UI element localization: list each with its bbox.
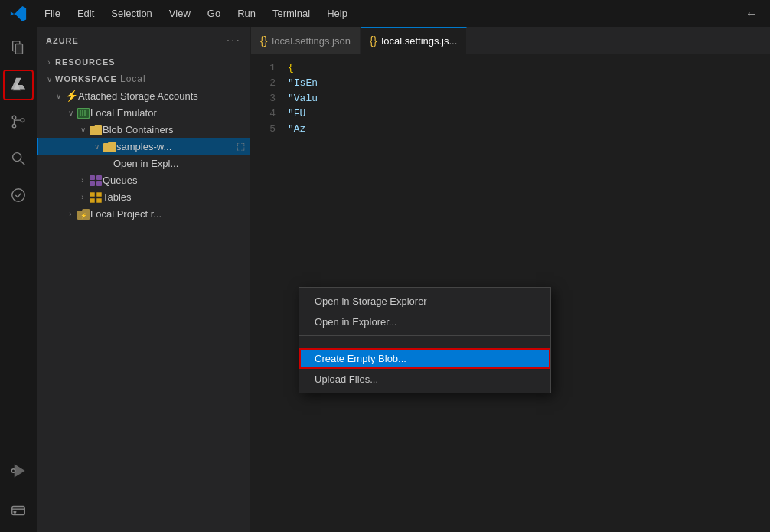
sidebar-item-resources[interactable]: › RESOURCES (37, 54, 250, 70)
queues-label: Queues (103, 175, 250, 186)
svg-point-4 (21, 119, 24, 122)
menu-bar: File Edit Selection View Go Run Terminal… (37, 5, 733, 22)
menu-file[interactable]: File (37, 5, 68, 22)
line-number-2: 2 (251, 77, 288, 89)
tables-icon (89, 191, 103, 203)
chevron-icon: ∨ (77, 126, 89, 134)
sidebar-more-button[interactable]: ··· (227, 34, 241, 47)
svg-rect-20 (90, 181, 95, 186)
sidebar-item-attached-storage[interactable]: ∨ ⚡ Attached Storage Accounts (37, 87, 250, 104)
svg-point-12 (14, 511, 16, 513)
context-upload-folder[interactable]: Upload Files... (299, 369, 550, 390)
context-create-empty-blob[interactable] (299, 339, 550, 348)
activity-bar (0, 27, 37, 532)
svg-point-9 (11, 469, 15, 473)
menu-edit[interactable]: Edit (70, 5, 102, 22)
svg-marker-8 (15, 465, 24, 477)
sidebar-item-blob-containers[interactable]: ∨ Blob Containers (37, 121, 250, 138)
tab-bar: {} local.settings.json {} local.settings… (251, 27, 770, 54)
sidebar-item-tables[interactable]: › Tables (37, 188, 250, 205)
tab-local-settings-1[interactable]: {} local.settings.json (251, 27, 361, 54)
run-debug-icon[interactable] (3, 455, 34, 486)
back-button[interactable]: ← (733, 7, 770, 21)
chevron-icon: ∨ (43, 75, 55, 83)
sidebar-item-workspace[interactable]: ∨ WORKSPACE Local (37, 70, 250, 87)
svg-rect-14 (78, 109, 89, 118)
menu-terminal[interactable]: Terminal (265, 5, 318, 22)
menu-run[interactable]: Run (230, 5, 263, 22)
svg-rect-19 (96, 175, 102, 180)
chevron-icon: ∨ (52, 92, 64, 100)
sidebar-item-samples[interactable]: ∨ samples-w... ⬚ (37, 138, 250, 155)
local-project-icon: ⚡ (77, 207, 90, 220)
tables-label: Tables (103, 191, 250, 203)
svg-rect-24 (90, 198, 95, 203)
code-key-2: "IsEn (288, 77, 318, 89)
code-bracket-open: { (288, 62, 294, 73)
svg-rect-10 (12, 507, 25, 515)
workspace-label: WORKSPACE Local (55, 73, 250, 84)
code-line-4: 4 "FU (251, 106, 770, 121)
remote-icon[interactable] (3, 495, 34, 526)
context-upload-files[interactable]: Create Empty Blob... (299, 348, 550, 369)
svg-point-3 (12, 124, 16, 128)
svg-rect-21 (96, 181, 102, 186)
chevron-icon: ∨ (90, 142, 103, 151)
samples-label: samples-w... (116, 141, 233, 152)
svg-line-6 (21, 161, 25, 165)
blob-containers-label: Blob Containers (103, 124, 250, 135)
menu-help[interactable]: Help (319, 5, 355, 22)
code-line-2: 2 "IsEn (251, 75, 770, 90)
menu-go[interactable]: Go (200, 5, 228, 22)
sidebar-header: AZURE ··· (37, 27, 250, 54)
testing-icon[interactable] (3, 180, 34, 211)
sidebar-item-queues[interactable]: › Queues (37, 171, 250, 188)
azure-icon[interactable] (3, 70, 34, 100)
code-line-1: 1 { (251, 60, 770, 75)
resources-label: RESOURCES (55, 57, 250, 67)
source-control-icon[interactable] (3, 106, 34, 137)
sidebar-item-local-project[interactable]: › ⚡ Local Project r... (37, 205, 250, 222)
workspace-local-label: Local (120, 73, 146, 84)
menu-view[interactable]: View (162, 5, 198, 22)
open-explorer-label: Open in Expl... (113, 158, 250, 169)
svg-rect-22 (90, 192, 95, 197)
context-separator (299, 335, 550, 336)
code-line-5: 5 "Az (251, 121, 770, 136)
code-key-4: "FU (288, 108, 305, 119)
line-number-4: 4 (251, 108, 288, 119)
sidebar-item-open-explorer[interactable]: Open in Expl... (37, 155, 250, 171)
tab-local-settings-2[interactable]: {} local.settings.js... (361, 27, 467, 54)
svg-rect-18 (90, 175, 95, 180)
sidebar-item-local-emulator[interactable]: ∨ Local Emulator (37, 104, 250, 121)
search-icon[interactable] (3, 143, 34, 174)
context-menu: Open in Storage Explorer Open in Explore… (299, 287, 551, 393)
files-icon[interactable] (3, 33, 34, 64)
tab-label-2: local.settings.js... (381, 35, 457, 47)
svg-rect-1 (15, 44, 22, 54)
folder-icon (89, 123, 103, 135)
svg-rect-23 (96, 192, 102, 197)
editor-area: {} local.settings.json {} local.settings… (251, 27, 770, 532)
chevron-icon: › (64, 210, 77, 218)
vscode-logo (0, 5, 37, 22)
json-icon: {} (370, 34, 377, 47)
line-number-3: 3 (251, 93, 288, 104)
context-open-storage-explorer[interactable]: Open in Storage Explorer (299, 291, 550, 312)
code-key-3: "Valu (288, 93, 318, 104)
chevron-icon: › (77, 193, 89, 201)
svg-rect-25 (96, 198, 102, 203)
line-number-1: 1 (251, 62, 288, 73)
context-open-explorer[interactable]: Open in Explorer... (299, 312, 550, 332)
json-icon: {} (260, 34, 267, 47)
svg-point-2 (12, 116, 16, 119)
main-layout: AZURE ··· › RESOURCES ∨ WORKSPACE Local … (0, 27, 770, 532)
chevron-icon: ∨ (64, 109, 77, 117)
attached-storage-label: Attached Storage Accounts (78, 90, 250, 102)
menu-selection[interactable]: Selection (103, 5, 159, 22)
svg-point-5 (13, 153, 21, 162)
local-emulator-label: Local Emulator (90, 107, 250, 119)
emulator-icon (77, 106, 90, 119)
folder-icon (103, 140, 116, 152)
action-icon[interactable]: ⬚ (233, 141, 247, 152)
